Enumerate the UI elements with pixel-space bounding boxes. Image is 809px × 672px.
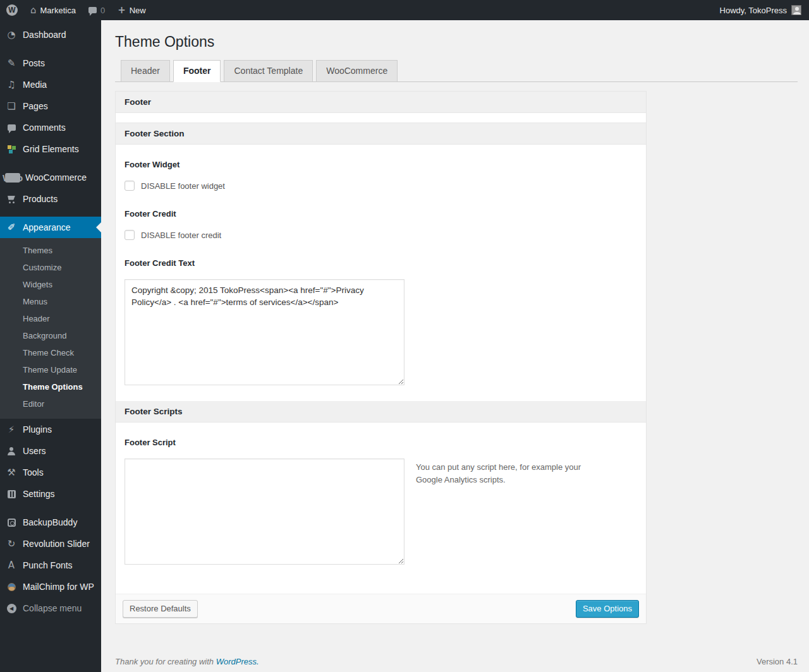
new-label: New: [130, 6, 146, 15]
sidebar-item-woocommerce[interactable]: Woo WooCommerce: [0, 167, 101, 188]
sidebar-item-dashboard[interactable]: ◔ Dashboard: [0, 24, 101, 45]
mailchimp-icon: [5, 583, 18, 591]
howdy-text[interactable]: Howdy, TokoPress: [720, 6, 787, 15]
panel-title: Footer: [116, 92, 646, 113]
section-scripts-title: Footer Scripts: [116, 401, 646, 423]
collapse-label: Collapse menu: [23, 603, 82, 613]
sidebar-item-appearance[interactable]: ✐ Appearance: [0, 217, 101, 238]
appearance-icon: ✐: [5, 222, 18, 233]
woocommerce-icon: Woo: [5, 173, 20, 183]
site-link[interactable]: ⌂ Marketica: [24, 0, 82, 20]
page-footer: Thank you for creating with WordPress. V…: [115, 657, 798, 666]
sidebar-item-settings[interactable]: Settings: [0, 483, 101, 505]
restore-defaults-button[interactable]: Restore Defaults: [123, 600, 198, 618]
footer-scripts-body: Footer Script You can put any script her…: [116, 423, 646, 594]
submenu-item-widgets[interactable]: Widgets: [0, 276, 101, 293]
submenu-item-theme-check[interactable]: Theme Check: [0, 344, 101, 361]
menu-separator: [0, 45, 101, 52]
sidebar-label: Users: [23, 446, 46, 456]
disable-footer-credit-checkbox[interactable]: [125, 230, 135, 240]
submenu-item-theme-options[interactable]: Theme Options: [0, 378, 101, 395]
appearance-submenu: Themes Customize Widgets Menus Header Ba…: [0, 238, 101, 419]
sidebar-item-posts[interactable]: ✎ Posts: [0, 52, 101, 74]
panel-footer: Restore Defaults Save Options: [116, 594, 646, 623]
submenu-item-menus[interactable]: Menus: [0, 293, 101, 310]
menu-separator: [0, 210, 101, 217]
sidebar-label: Pages: [23, 101, 48, 111]
save-options-button[interactable]: Save Options: [576, 600, 639, 618]
disable-footer-credit-label[interactable]: DISABLE footer credit: [141, 231, 221, 240]
home-icon: ⌂: [30, 6, 37, 15]
thanks-text: Thank you for creating with: [115, 657, 214, 666]
footer-thanks: Thank you for creating with WordPress.: [115, 657, 259, 666]
section-footer-title: Footer Section: [116, 123, 646, 145]
pages-icon: ❏: [5, 100, 18, 112]
sidebar-item-plugins[interactable]: ⚡ Plugins: [0, 419, 101, 440]
submenu-item-theme-update[interactable]: Theme Update: [0, 361, 101, 378]
submenu-item-customize[interactable]: Customize: [0, 259, 101, 276]
sidebar-item-comments[interactable]: Comments: [0, 117, 101, 138]
footer-credit-label: Footer Credit: [125, 209, 637, 219]
sidebar-label: Products: [23, 194, 58, 204]
footer-credit-text-input[interactable]: Copyright &copy; 2015 TokoPress<span><a …: [125, 279, 404, 385]
settings-icon: [5, 490, 18, 498]
sidebar-label: WooCommerce: [25, 172, 87, 183]
sidebar-item-products[interactable]: Products: [0, 188, 101, 210]
wordpress-logo-icon: W: [6, 4, 18, 16]
main-content: Theme Options Header Footer Contact Temp…: [101, 0, 809, 672]
submenu-item-background[interactable]: Background: [0, 327, 101, 344]
comments-shortcut[interactable]: 0: [82, 0, 111, 20]
sidebar-item-grid-elements[interactable]: Grid Elements: [0, 138, 101, 160]
submenu-item-editor[interactable]: Editor: [0, 395, 101, 412]
footer-script-label: Footer Script: [125, 438, 637, 447]
sidebar-item-media[interactable]: ♫ Media: [0, 74, 101, 95]
wordpress-link[interactable]: WordPress.: [216, 657, 259, 666]
sidebar-label: Media: [23, 80, 47, 90]
tab-footer[interactable]: Footer: [173, 60, 221, 82]
sidebar-item-punch-fonts[interactable]: A Punch Fonts: [0, 555, 101, 576]
sidebar-item-tools[interactable]: ⚒ Tools: [0, 462, 101, 483]
user-avatar[interactable]: [791, 5, 801, 15]
sidebar-item-mailchimp[interactable]: MailChimp for WP: [0, 576, 101, 597]
wordpress-menu[interactable]: W: [0, 0, 24, 20]
grid-elements-icon: [5, 145, 18, 153]
footer-options-panel: Footer Footer Section Footer Widget DISA…: [115, 91, 647, 624]
tab-contact-template[interactable]: Contact Template: [224, 60, 313, 82]
footer-script-input[interactable]: [125, 459, 404, 565]
plus-icon: +: [118, 6, 126, 15]
dashboard-icon: ◔: [5, 29, 18, 40]
sidebar-label: Settings: [23, 489, 55, 499]
sidebar-label: Appearance: [23, 222, 71, 232]
new-content-menu[interactable]: + New: [111, 0, 152, 20]
sidebar-item-pages[interactable]: ❏ Pages: [0, 95, 101, 117]
comments-icon: [5, 124, 18, 131]
rotate-icon: ↻: [5, 538, 18, 549]
sidebar-item-users[interactable]: Users: [0, 440, 101, 462]
tab-woocommerce[interactable]: WooCommerce: [316, 60, 398, 82]
collapse-arrow-icon: ◀: [5, 604, 18, 613]
cart-icon: [5, 195, 18, 203]
sidebar-label: Comments: [23, 123, 66, 133]
admin-bar: W ⌂ Marketica 0 + New Howdy, TokoPress: [0, 0, 809, 20]
page-title: Theme Options: [115, 33, 798, 51]
version-text: Version 4.1: [757, 657, 798, 666]
plugin-icon: ⚡: [5, 424, 18, 435]
users-icon: [5, 447, 18, 455]
menu-separator: [0, 505, 101, 512]
footer-script-help: You can put any script here, for example…: [416, 459, 609, 486]
disable-footer-widget-checkbox[interactable]: [125, 181, 135, 191]
sidebar-label: MailChimp for WP: [23, 582, 94, 592]
sidebar-item-backupbuddy[interactable]: BackupBuddy: [0, 512, 101, 533]
sidebar-label: Dashboard: [23, 30, 66, 40]
comment-count: 0: [100, 6, 105, 15]
sidebar-label: Punch Fonts: [23, 560, 73, 570]
backup-icon: [5, 519, 18, 527]
sidebar-label: Posts: [23, 58, 45, 68]
submenu-item-header[interactable]: Header: [0, 310, 101, 327]
submenu-item-themes[interactable]: Themes: [0, 242, 101, 259]
tab-header[interactable]: Header: [121, 60, 170, 82]
disable-footer-widget-label[interactable]: DISABLE footer widget: [141, 181, 225, 191]
sidebar-item-revolution-slider[interactable]: ↻ Revolution Slider: [0, 533, 101, 555]
comment-bubble-icon: [88, 7, 97, 13]
collapse-menu-button[interactable]: ◀ Collapse menu: [0, 597, 101, 619]
